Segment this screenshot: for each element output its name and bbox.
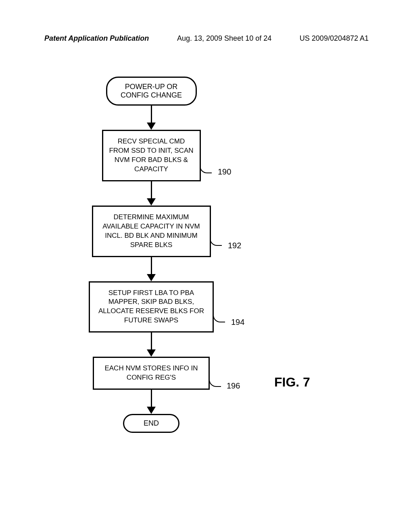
arrow-3 bbox=[79, 257, 224, 281]
arrow-4 bbox=[79, 332, 224, 357]
page-header: Patent Application Publication Aug. 13, … bbox=[44, 34, 369, 43]
header-patent-number: US 2009/0204872 A1 bbox=[300, 34, 369, 43]
start-text: POWER-UP OR CONFIG CHANGE bbox=[121, 83, 182, 99]
header-sheet-info: Aug. 13, 2009 Sheet 10 of 24 bbox=[177, 34, 271, 43]
arrow-2 bbox=[79, 181, 224, 206]
process-192: DETERMINE MAXIMUM AVAILABLE CAPACITY IN … bbox=[92, 206, 211, 257]
process-196: EACH NVM STORES INFO IN CONFIG REG'S bbox=[93, 357, 210, 390]
header-publication: Patent Application Publication bbox=[44, 34, 149, 43]
flowchart-start: POWER-UP OR CONFIG CHANGE bbox=[106, 77, 197, 106]
process-194: SETUP FIRST LBA TO PBA MAPPER, SKIP BAD … bbox=[89, 281, 214, 333]
step196-text: EACH NVM STORES INFO IN CONFIG REG'S bbox=[104, 364, 198, 381]
flowchart-diagram: POWER-UP OR CONFIG CHANGE RECV SPECIAL C… bbox=[79, 77, 224, 433]
ref-label-192: 192 bbox=[228, 241, 241, 250]
step192-text: DETERMINE MAXIMUM AVAILABLE CAPACITY IN … bbox=[102, 213, 200, 249]
figure-label: FIG. 7 bbox=[274, 375, 310, 390]
arrow-1 bbox=[79, 106, 224, 130]
end-text: END bbox=[144, 419, 159, 427]
flowchart-end: END bbox=[123, 414, 179, 433]
ref-label-190: 190 bbox=[218, 167, 231, 177]
process-190: RECV SPECIAL CMD FROM SSD TO INIT, SCAN … bbox=[102, 130, 201, 181]
step190-text: RECV SPECIAL CMD FROM SSD TO INIT, SCAN … bbox=[109, 137, 193, 173]
ref-label-194: 194 bbox=[231, 318, 244, 327]
step194-text: SETUP FIRST LBA TO PBA MAPPER, SKIP BAD … bbox=[98, 289, 204, 324]
ref-label-196: 196 bbox=[227, 381, 240, 391]
arrow-5 bbox=[79, 390, 224, 414]
